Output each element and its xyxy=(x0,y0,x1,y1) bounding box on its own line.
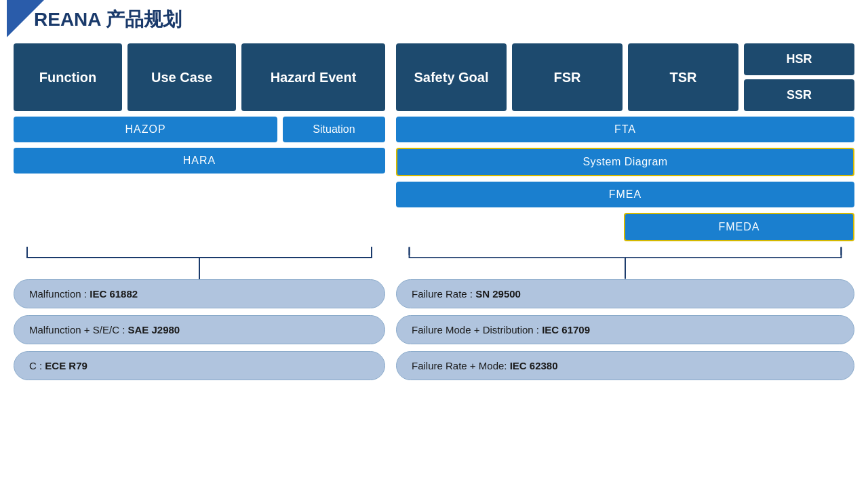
hazop-button[interactable]: HAZOP xyxy=(14,117,277,142)
malfunction-iec-card: Malfunction : IEC 61882 xyxy=(14,279,385,308)
hara-button[interactable]: HARA xyxy=(14,148,385,174)
fmeda-button[interactable]: FMEDA xyxy=(624,213,854,241)
failure-rate-sn-card: Failure Rate : SN 29500 xyxy=(396,279,854,308)
fsr-card: FSR xyxy=(512,43,623,111)
failure-mode-iec61709-card: Failure Mode + Distribution : IEC 61709 xyxy=(396,315,854,344)
hazard-event-card: Hazard Event xyxy=(241,43,385,111)
tsr-card: TSR xyxy=(628,43,738,111)
hsr-ssr-stack: HSR SSR xyxy=(744,43,854,111)
situation-button[interactable]: Situation xyxy=(283,117,385,142)
hsr-card: HSR xyxy=(744,43,854,75)
right-bracket xyxy=(396,244,854,279)
system-diagram-button[interactable]: System Diagram xyxy=(396,148,854,176)
failure-rate-mode-card: Failure Rate + Mode: IEC 62380 xyxy=(396,351,854,380)
ssr-card: SSR xyxy=(744,79,854,111)
left-bracket xyxy=(14,244,385,279)
fmea-button[interactable]: FMEA xyxy=(396,182,854,207)
fta-button[interactable]: FTA xyxy=(396,117,854,142)
function-card: Function xyxy=(14,43,122,111)
ece-card: C : ECE R79 xyxy=(14,351,385,380)
use-case-card: Use Case xyxy=(127,43,236,111)
malfunction-sae-card: Malfunction + S/E/C : SAE J2980 xyxy=(14,315,385,344)
safety-goal-card: Safety Goal xyxy=(396,43,507,111)
page-title: REANA 产品规划 xyxy=(34,7,182,33)
